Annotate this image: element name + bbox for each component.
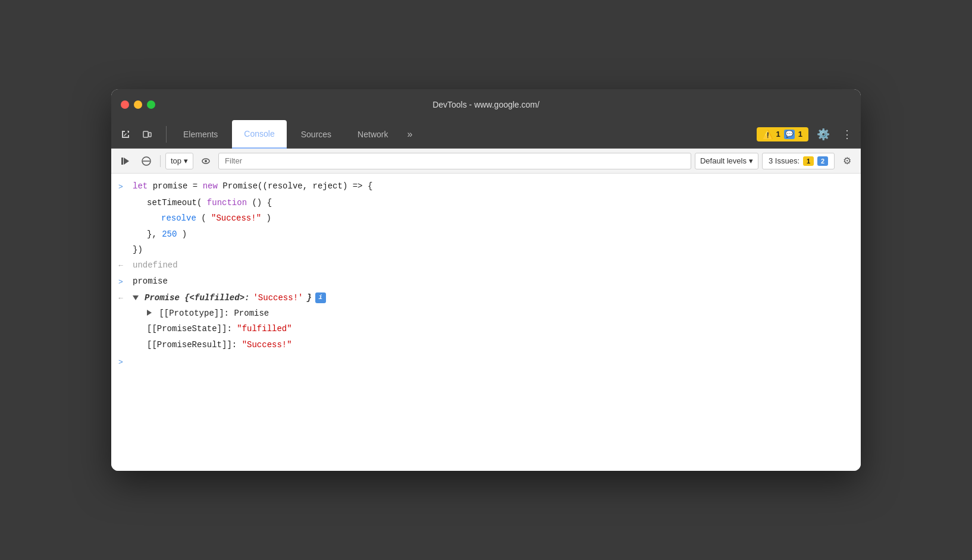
levels-arrow-icon: ▾: [749, 156, 753, 165]
string-success-1: "Success!": [211, 213, 261, 223]
promise-result-value: "Success!": [242, 340, 292, 350]
svg-rect-1: [149, 133, 151, 137]
svg-point-5: [205, 160, 207, 162]
devtools-window: DevTools - www.google.com/ Elements Cons…: [111, 89, 861, 471]
maximize-button[interactable]: [147, 100, 155, 109]
minimize-button[interactable]: [134, 100, 142, 109]
console-line-6: ← undefined: [111, 257, 861, 273]
promise-label: Promise {<fulfilled>:: [145, 291, 249, 304]
line-content-11: [[PromiseResult]]: "Success!": [145, 338, 856, 351]
spacer-11: [111, 338, 130, 340]
tab-bar-right: ⚠️ 1 💬 1 ⚙️ ⋮: [757, 124, 856, 144]
warn-count-badge: 1: [803, 156, 814, 166]
issues-chat-badge: 💬: [784, 130, 795, 139]
console-line-11: [[PromiseResult]]: "Success!": [111, 337, 861, 353]
more-icon[interactable]: ⋮: [838, 124, 856, 144]
input-arrow-7: >: [111, 275, 130, 289]
line-content-3: resolve ( "Success!" ): [159, 212, 856, 225]
number-250: 250: [162, 229, 177, 239]
console-line-8: ← Promise {<fulfilled>: 'Success!' } i: [111, 290, 861, 306]
console-line-9: [[Prototype]]: Promise: [111, 306, 861, 321]
spacer-3: [111, 212, 130, 213]
line-content-1: let promise = new Promise((resolve, reje…: [130, 180, 856, 193]
console-content: > let promise = new Promise((resolve, re…: [111, 174, 861, 471]
settings-icon[interactable]: ⚙️: [813, 124, 833, 144]
console-line-10: [[PromiseState]]: "fulfilled": [111, 321, 861, 336]
clear-button[interactable]: [137, 153, 155, 169]
console-cursor-line[interactable]: >: [111, 353, 861, 372]
line-content-9: [[Prototype]]: Promise: [145, 307, 856, 320]
console-toolbar: top ▾ Default levels ▾ 3 Issues: 1 2 ⚙: [111, 149, 861, 174]
console-line-7: > promise: [111, 273, 861, 290]
resolve-call: resolve: [161, 213, 196, 223]
dropdown-arrow-icon: ▾: [184, 156, 188, 165]
tab-console[interactable]: Console: [232, 120, 286, 149]
inspect-icon[interactable]: [116, 125, 135, 144]
collapse-toggle[interactable]: [133, 295, 139, 300]
line-content-6: undefined: [130, 259, 856, 272]
line-content-4: }, 250 ): [145, 228, 856, 241]
input-arrow-1: >: [111, 180, 130, 194]
info-icon[interactable]: i: [315, 292, 326, 303]
tab-bar-icons: [116, 125, 156, 144]
issues-warn-count: 1: [776, 130, 780, 139]
tabs: Elements Console Sources Network »: [171, 120, 757, 149]
window-title: DevTools - www.google.com/: [432, 100, 540, 109]
warn-icon: ⚠️: [763, 130, 773, 139]
device-icon[interactable]: [137, 125, 156, 144]
warn-count: 1: [807, 158, 810, 165]
chat-count: 2: [821, 158, 824, 165]
issues-chat-count: 1: [798, 130, 802, 139]
output-arrow-6: ←: [111, 259, 130, 272]
top-dropdown[interactable]: top ▾: [165, 153, 193, 169]
tab-network[interactable]: Network: [346, 120, 400, 149]
console-settings-button[interactable]: ⚙: [838, 153, 856, 169]
issues-count-text: 3 Issues:: [769, 156, 799, 165]
promise-value: 'Success!': [253, 291, 303, 304]
line-content-2: setTimeout( function () {: [145, 196, 856, 209]
promise-state-value: "fulfilled": [237, 324, 291, 334]
console-line-5: }): [111, 242, 861, 257]
issues-badge[interactable]: ⚠️ 1 💬 1: [757, 127, 808, 141]
close-button[interactable]: [121, 100, 129, 109]
keyword-new: new: [203, 181, 218, 191]
toolbar-divider: [160, 155, 161, 167]
prototype-expand[interactable]: [147, 310, 152, 316]
promise-fulfilled-output: Promise {<fulfilled>: 'Success!' } i: [133, 291, 856, 304]
line-content-5: }): [130, 243, 856, 256]
traffic-lights: [121, 100, 155, 109]
spacer-2: [111, 196, 130, 198]
issues-chat-icon: 💬: [785, 130, 794, 138]
spacer-10: [111, 322, 130, 324]
tab-elements[interactable]: Elements: [171, 120, 230, 149]
tab-bar-divider: [166, 126, 167, 143]
line-content-8: Promise {<fulfilled>: 'Success!' } i: [130, 291, 856, 304]
default-levels-dropdown[interactable]: Default levels ▾: [695, 153, 758, 169]
keyword-let: let: [133, 181, 148, 191]
top-label: top: [171, 156, 181, 165]
spacer-4: [111, 228, 130, 229]
spacer-9: [111, 307, 130, 309]
cursor-arrow: >: [111, 355, 130, 369]
console-line-4: }, 250 ): [111, 226, 861, 242]
console-line-3: resolve ( "Success!" ): [111, 210, 861, 226]
keyword-function: function: [207, 198, 247, 207]
tab-sources[interactable]: Sources: [289, 120, 343, 149]
line-content-7: promise: [130, 275, 856, 288]
default-levels-label: Default levels: [700, 156, 747, 165]
chat-count-badge: 2: [817, 156, 828, 166]
spacer-5: [111, 243, 130, 245]
svg-rect-0: [143, 131, 148, 137]
console-line-1: > let promise = new Promise((resolve, re…: [111, 178, 861, 195]
execute-button[interactable]: [116, 153, 134, 169]
undefined-output: undefined: [133, 260, 178, 270]
tab-more-button[interactable]: »: [402, 129, 417, 140]
cursor-input[interactable]: [130, 356, 861, 368]
line-content-10: [[PromiseState]]: "fulfilled": [145, 322, 856, 335]
output-arrow-8: ←: [111, 291, 130, 304]
console-line-2: setTimeout( function () {: [111, 195, 861, 210]
eye-button[interactable]: [197, 153, 215, 169]
issues-count-badge[interactable]: 3 Issues: 1 2: [762, 153, 835, 169]
filter-input[interactable]: [218, 153, 691, 169]
tab-bar: Elements Console Sources Network » ⚠️ 1 …: [111, 120, 861, 149]
